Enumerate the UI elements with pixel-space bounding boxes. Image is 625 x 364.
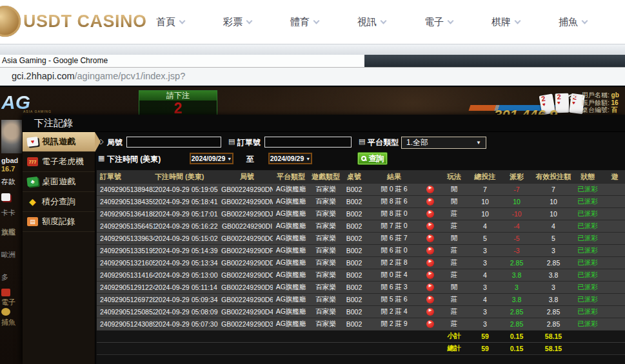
cell: 3 [533,283,573,291]
cell: 2024-09-29 05:08:09 [155,308,221,316]
window-titlebar[interactable]: Asia Gaming - Google Chrome [0,55,625,68]
cell: 5 [533,235,573,242]
payout-cell: -4 [500,222,533,230]
table-row: 2409290513641882024-09-29 05:17:01GB0022… [97,207,625,220]
chevron-down-icon [313,17,320,24]
replay-button[interactable]: ▶ [426,235,434,242]
nav-item-poker[interactable]: 棋牌 [472,16,539,28]
cell: 閒 0 莊 4 [366,271,422,280]
cell: 閒 2 莊 9 [366,320,422,329]
replay-button[interactable]: ▶ [426,247,434,254]
bet-time-label: 下注時間 (美東) [107,154,161,165]
cell: 58.15 [533,345,573,352]
cell: ▶ [422,320,438,328]
menu-fragment[interactable]: 多 [1,273,8,282]
balance-fragment: 16.7 [1,165,15,173]
platform-type-select[interactable]: 1.全部 ▼ [401,137,486,149]
table-row: 2409290513141642024-09-29 05:13:00GB0022… [97,269,625,281]
replay-button[interactable]: ▶ [426,222,434,230]
payout-cell: 3 [500,283,533,291]
date-from-picker[interactable]: 2024/09/29▼ [190,153,233,164]
replay-button[interactable]: ▶ [426,259,434,267]
status-badge: 已派彩 [573,222,602,231]
chevron-down-icon [448,17,454,24]
round-number-input[interactable] [126,137,221,148]
sidebar-item-slot-machines[interactable]: 777 電子老虎機 [23,152,95,172]
deposit-link-fragment[interactable]: 存款 [1,177,15,187]
list-icon: ▤ [359,137,365,146]
cell: 5 [470,235,500,242]
menu-fragment[interactable]: 電子 [1,298,15,307]
sidebar-item-live-games[interactable]: ♥ 視訊遊戲 [23,132,95,152]
cell: 閒 6 莊 3 [366,283,422,292]
table-row: 2409290512912242024-09-29 05:11:14GB0022… [97,281,625,293]
order-number-input[interactable] [264,137,352,148]
nav-item-live[interactable]: 視訊 [338,16,405,28]
slot-777-icon: 777 [27,157,38,166]
replay-button[interactable]: ▶ [426,198,434,206]
site-logo-text: USDT CASINO [23,12,147,32]
cell: B002 [342,235,366,242]
cell: 百家樂 [309,258,342,267]
search-button[interactable]: 查詢 [357,152,388,165]
menu-fragment[interactable]: 捕魚 [1,318,15,327]
cell: 240929051243089 [97,320,155,328]
playing-cards-icon: ♥ [26,137,38,147]
cell: 3 [470,308,500,316]
replay-button[interactable]: ▶ [426,296,434,303]
cell: 閒 8 莊 6 [366,197,422,206]
sidebar-item-table-games[interactable]: ♣ 桌面遊戲 [23,172,95,192]
page-divider [0,44,625,55]
status-badge: 已派彩 [573,185,602,194]
replay-button[interactable]: ▶ [426,210,434,218]
cell: 2.85 [533,259,573,267]
sidebar-item-points-query[interactable]: ◆ 積分查詢 [23,192,95,212]
replay-button[interactable]: ▶ [426,186,434,193]
cell: 59 [470,332,500,340]
nav-item-slots[interactable]: 電子 [405,16,472,28]
cell: 百家樂 [309,185,342,194]
nav-item-home[interactable]: 首頁 [137,16,204,28]
background-window-fragment [364,55,625,67]
cell: 240929051356451 [97,222,155,230]
platform-type-value: 1.全部 [406,137,428,148]
cell: 10 [533,210,573,218]
nav-item-lottery[interactable]: 彩票 [204,16,271,28]
site-logo[interactable]: USDT CASINO [0,6,147,37]
menu-fragment[interactable]: 卡卡 [1,208,15,218]
nav-item-fishing[interactable]: 捕魚 [539,16,606,28]
cell: ▶ [422,259,438,267]
cell: B002 [342,259,366,267]
menu-fragment[interactable]: 歐洲 [1,250,15,260]
replay-button[interactable]: ▶ [426,308,434,316]
cell: B002 [342,320,366,328]
url-path: /agingame/pcv1/index.jsp? [75,71,186,81]
date-to-picker[interactable]: 2024/09/29▼ [268,153,312,164]
column-header: 桌號 [342,172,366,182]
cell: 百家樂 [309,320,342,329]
modal-title: 下注記錄 [23,115,625,131]
replay-button[interactable]: ▶ [426,271,434,279]
replay-button[interactable]: ▶ [426,283,434,291]
cell: 0.15 [500,332,533,340]
replay-button[interactable]: ▶ [426,320,434,328]
cell: AG旗艦廳 [273,295,309,304]
nav-menu: 首頁 彩票 體育 視訊 電子 棋牌 捕魚 [137,0,606,44]
cell: 3.8 [533,271,573,279]
account-info: 用戶名稱: gb 賬戶餘額: 16 桌台編號: 百 [582,91,619,114]
cell: B002 [342,186,366,193]
cell: 240929051250852 [97,308,155,316]
cell: B002 [342,210,366,218]
round-number-label: 局號 [107,137,123,148]
cell: GB002249290DG [221,235,273,242]
browser-urlbar[interactable]: gci.2hhapi.com/agingame/pcv1/index.jsp? [0,68,625,86]
menu-fragment[interactable]: 旗艦 [1,227,15,237]
document-icon: ▤ [27,217,38,226]
fishing-icon [1,308,10,316]
payout-cell: 10 [500,198,533,206]
slots-icon [1,289,10,296]
sidebar-item-credit-records[interactable]: ▤ 額度記錄 [23,212,95,232]
nav-item-sports[interactable]: 體育 [271,16,338,28]
cell: 240929051291224 [97,283,155,291]
cell: 莊 [438,271,470,280]
